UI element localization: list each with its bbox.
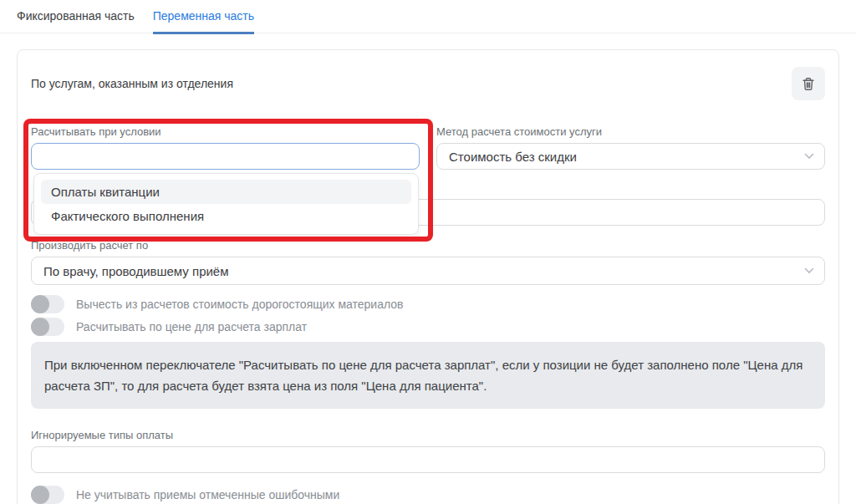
salary-price-toggle[interactable] bbox=[31, 318, 64, 336]
chevron-down-icon bbox=[804, 267, 814, 274]
tab-bar: Фиксированная часть Переменная часть bbox=[0, 0, 856, 33]
condition-input[interactable] bbox=[31, 143, 420, 170]
fields-row: Расчитывать при условии Метод расчета ст… bbox=[31, 125, 825, 170]
tab-fixed-part[interactable]: Фиксированная часть bbox=[17, 0, 135, 33]
delete-button[interactable] bbox=[792, 67, 825, 100]
method-select-value: Стоимость без скидки bbox=[449, 150, 577, 164]
card-header: По услугам, оказанным из отделения bbox=[31, 67, 825, 100]
toggle-row: Вычесть из расчетов стоимость дорогостоя… bbox=[31, 295, 825, 313]
method-select[interactable]: Стоимость без скидки bbox=[436, 143, 825, 170]
calc-by-select[interactable]: По врачу, проводившему приём bbox=[31, 257, 825, 285]
ignored-payments-input[interactable] bbox=[31, 446, 825, 473]
method-label: Метод расчета стоимости услуги bbox=[436, 125, 825, 138]
calc-by-label: Производить расчет по bbox=[31, 239, 825, 252]
toggle-label: Расчитывать по цене для расчета зарплат bbox=[76, 320, 307, 333]
toggle-label: Вычесть из расчетов стоимость дорогостоя… bbox=[76, 298, 404, 311]
calc-by-field: Производить расчет по По врачу, проводив… bbox=[31, 239, 825, 285]
toggle-row: Не учитывать приемы отмеченные ошибочным… bbox=[31, 486, 825, 504]
method-field: Метод расчета стоимости услуги Стоимость… bbox=[436, 125, 825, 170]
skip-erroneous-toggle[interactable] bbox=[31, 486, 64, 504]
toggle-knob bbox=[31, 295, 49, 313]
toggle-knob bbox=[31, 318, 49, 336]
ignored-payments-field: Игнорируемые типы оплаты bbox=[31, 429, 825, 473]
condition-field: Расчитывать при условии bbox=[31, 125, 420, 170]
settings-card: По услугам, оказанным из отделения Расчи… bbox=[17, 49, 839, 504]
condition-dropdown: Оплаты квитанции Фактического выполнения bbox=[33, 173, 419, 235]
info-box: При включенном переключателе "Расчитыват… bbox=[31, 342, 825, 409]
condition-label: Расчитывать при условии bbox=[31, 125, 420, 138]
dropdown-option-receipt-payment[interactable]: Оплаты квитанции bbox=[41, 180, 411, 204]
deduct-materials-toggle[interactable] bbox=[31, 295, 64, 313]
toggle-row: Расчитывать по цене для расчета зарплат bbox=[31, 318, 825, 336]
trash-icon bbox=[802, 77, 815, 91]
toggle-group: Вычесть из расчетов стоимость дорогостоя… bbox=[31, 295, 825, 336]
toggle-label: Не учитывать приемы отмеченные ошибочным… bbox=[76, 488, 339, 501]
ignored-payments-label: Игнорируемые типы оплаты bbox=[31, 429, 825, 441]
calc-by-select-value: По врачу, проводившему приём bbox=[43, 264, 229, 278]
dropdown-option-actual-completion[interactable]: Фактического выполнения bbox=[41, 204, 411, 228]
card-title: По услугам, оказанным из отделения bbox=[31, 77, 233, 90]
toggle-knob bbox=[31, 486, 49, 504]
tab-variable-part[interactable]: Переменная часть bbox=[153, 0, 254, 34]
chevron-down-icon bbox=[804, 153, 814, 160]
